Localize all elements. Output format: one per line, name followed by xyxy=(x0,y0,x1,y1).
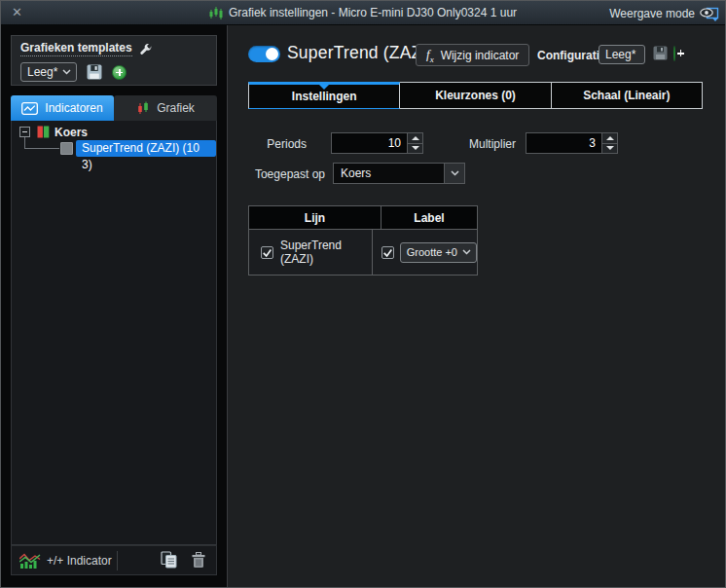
spinner-down-icon[interactable] xyxy=(602,143,617,154)
templates-title: Grafieken templates xyxy=(20,41,132,56)
label-visible-checkbox[interactable] xyxy=(381,246,394,259)
periods-spinner xyxy=(407,133,422,153)
multiplier-field xyxy=(526,132,618,154)
view-mode-label: Weergave mode xyxy=(609,7,695,20)
line-name: SuperTrend (ZAZI) xyxy=(280,239,372,266)
add-indicator-icon[interactable] xyxy=(19,552,41,570)
spinner-up-icon[interactable] xyxy=(408,133,422,143)
tab-instellingen[interactable]: Instellingen xyxy=(248,82,400,109)
wrench-icon[interactable] xyxy=(139,43,152,55)
add-configuration-icon[interactable] xyxy=(673,46,675,61)
save-template-icon[interactable] xyxy=(87,64,102,80)
tab-grafiek[interactable]: Grafiek xyxy=(114,95,217,121)
indicator-title: SuperTrend (ZAZI) xyxy=(287,43,433,63)
edit-indicator-label: Wijzig indicator xyxy=(441,49,520,62)
templates-dropdown[interactable]: Leeg* xyxy=(20,62,77,82)
column-header-label: Label xyxy=(381,206,477,229)
titlebar: ✕ Grafiek instellingen - Micro E-mini DJ… xyxy=(1,1,725,25)
chevron-down-icon xyxy=(444,164,464,183)
lines-table-header: Lijn Label xyxy=(249,206,477,229)
line-chart-icon xyxy=(21,102,38,115)
footer-divider xyxy=(117,551,118,570)
applied-to-label: Toegepast op xyxy=(248,167,325,181)
fx-icon: fx xyxy=(426,47,434,64)
eye-icon xyxy=(700,5,719,22)
label-size-dropdown[interactable]: Grootte +0 xyxy=(400,242,477,263)
tab-kleurzones-label: Kleurzones (0) xyxy=(435,89,516,102)
tree-collapse-icon[interactable] xyxy=(19,127,30,137)
label-cell: Grootte +0 xyxy=(372,230,477,275)
chart-templates-panel: Grafieken templates Leeg* xyxy=(11,35,217,86)
checkmark-icon xyxy=(262,247,272,258)
multiplier-spinner xyxy=(601,133,617,153)
window-title: Grafiek instellingen - Micro E-mini DJ30… xyxy=(229,6,517,19)
configuration-dropdown[interactable]: Leeg* xyxy=(599,45,645,64)
add-template-icon[interactable] xyxy=(112,65,127,80)
trash-icon[interactable] xyxy=(192,552,205,569)
view-mode-button[interactable]: Weergave mode xyxy=(609,1,719,25)
chevron-down-icon xyxy=(462,249,471,255)
line-cell: SuperTrend (ZAZI) xyxy=(249,230,372,275)
copy-icon[interactable] xyxy=(161,551,177,569)
tab-instellingen-label: Instellingen xyxy=(292,90,357,103)
tab-indicatoren-label: Indicatoren xyxy=(45,101,102,115)
tab-grafiek-label: Grafiek xyxy=(157,101,195,115)
indicator-settings-panel: SuperTrend (ZAZI) fx Wijzig indicator Co… xyxy=(227,25,725,588)
add-indicator-label[interactable]: +/+ Indicator xyxy=(47,554,112,568)
sidebar-footer: +/+ Indicator xyxy=(11,545,217,575)
candles-icon xyxy=(136,101,150,115)
tree-item-supertrend[interactable]: SuperTrend (ZAZI) (10 3) xyxy=(76,140,216,157)
tab-schaal-label: Schaal (Lineair) xyxy=(583,89,670,102)
settings-tabs: Instellingen Kleurzones (0) Schaal (Line… xyxy=(248,82,703,109)
periods-label: Periods xyxy=(248,137,307,151)
line-visible-checkbox[interactable] xyxy=(261,246,273,259)
column-header-lijn: Lijn xyxy=(249,206,381,229)
tab-kleurzones[interactable]: Kleurzones (0) xyxy=(400,82,551,109)
close-button[interactable]: ✕ xyxy=(12,5,22,19)
spinner-down-icon[interactable] xyxy=(408,143,422,154)
multiplier-label: Multiplier xyxy=(438,137,516,151)
chevron-down-icon xyxy=(62,69,71,75)
periods-field xyxy=(331,132,423,154)
applied-to-dropdown[interactable]: Koers xyxy=(333,163,465,184)
chart-settings-dialog: ✕ Grafiek instellingen - Micro E-mini DJ… xyxy=(0,0,726,588)
edit-indicator-button[interactable]: fx Wijzig indicator xyxy=(416,44,529,66)
indicator-tree: Koers SuperTrend (ZAZI) (10 3) xyxy=(11,121,217,545)
tree-connector-line xyxy=(24,137,59,149)
spinner-up-icon[interactable] xyxy=(602,133,617,143)
candlestick-icon xyxy=(209,6,223,19)
lines-table: Lijn Label SuperTrend (ZAZI) xyxy=(248,205,478,276)
supertrend-swatch-icon xyxy=(60,142,73,155)
label-size-value: Grootte +0 xyxy=(407,246,457,258)
tab-schaal[interactable]: Schaal (Lineair) xyxy=(552,82,703,109)
tab-indicatoren[interactable]: Indicatoren xyxy=(11,95,114,121)
tree-item-koers[interactable]: Koers xyxy=(54,126,88,139)
configuration-dropdown-value: Leeg* xyxy=(605,48,635,61)
templates-dropdown-value: Leeg* xyxy=(27,65,57,79)
save-configuration-icon[interactable] xyxy=(653,46,668,60)
indicator-enabled-toggle[interactable] xyxy=(248,46,280,62)
sidebar-tabs: Indicatoren Grafiek xyxy=(11,95,217,121)
applied-to-value: Koers xyxy=(334,166,444,180)
table-row: SuperTrend (ZAZI) Grootte +0 xyxy=(249,229,477,275)
checkmark-icon xyxy=(382,247,393,258)
